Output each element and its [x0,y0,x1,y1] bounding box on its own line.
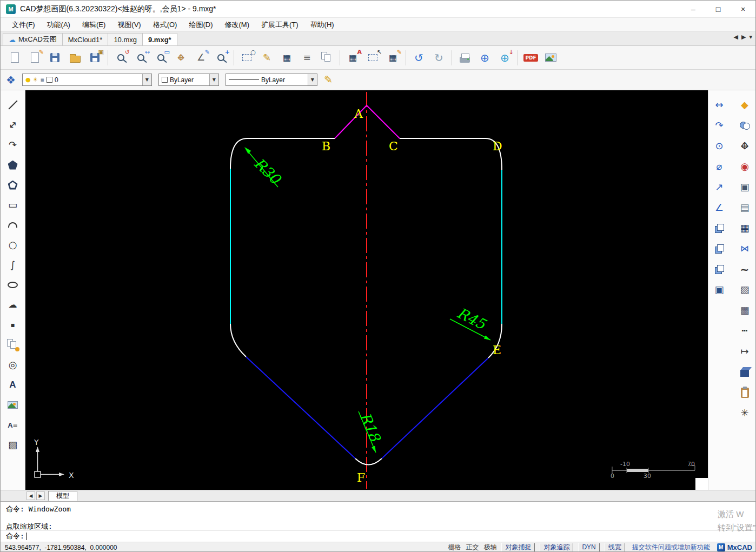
menu-modify[interactable]: 修改(M) [218,18,255,31]
menu-function[interactable]: 功能(A) [41,18,76,31]
dim-diameter-tool[interactable]: ⌀ [710,158,728,175]
chevron-down-icon[interactable]: ▼ [308,74,317,85]
undo-button[interactable]: ↺ [409,48,429,68]
tab-mxcloud1[interactable]: MxCloud1* [62,33,109,45]
close-button[interactable]: × [731,1,755,17]
fillet-r18-bottom[interactable] [355,458,382,465]
layout-scroll-left-icon[interactable]: ◀ [26,491,35,500]
print-button[interactable] [455,48,475,68]
open-button[interactable] [65,48,85,68]
dim-angular-tool[interactable]: ∠ [710,199,728,216]
construction-line-tool[interactable]: ↔ [4,117,22,133]
spline-tool[interactable]: ∫ [4,257,22,273]
array-clip-tool[interactable] [710,241,728,257]
tab-mxcad-cloud[interactable]: ☁ MxCAD云图 [3,33,63,45]
lower-left-line[interactable] [246,357,355,458]
edit-table-button[interactable]: ▦✎ [383,48,403,68]
paste-tool[interactable] [735,384,754,401]
rectangle-tool[interactable]: ▭ [4,197,22,213]
maximize-button[interactable]: □ [706,1,731,17]
extend-tool[interactable]: ↦ [735,343,754,360]
text-style-button[interactable]: ≡ [297,48,317,68]
dim-r30-text[interactable]: R30 [251,155,285,188]
mtext-tool[interactable]: A≡ [4,417,22,433]
insert-block-tool[interactable] [4,337,22,353]
layers-icon[interactable]: ❖ [6,75,16,85]
text-tool[interactable]: A [4,377,22,393]
color-combo[interactable]: ByLayer ▼ [158,74,219,86]
dyn-toggle[interactable]: DYN [578,543,599,552]
menu-edit[interactable]: 编辑(E) [76,18,111,31]
spline-edit-tool[interactable]: ~ [735,261,754,277]
model-tab[interactable]: 模型 [48,491,77,501]
zoom-window-button[interactable]: ▭ [151,48,171,68]
point-label-f[interactable]: F [357,471,365,484]
dim-arc-length-tool[interactable]: ↷ [710,117,728,134]
copy-design-button[interactable] [317,48,337,68]
insert-image-button[interactable] [541,48,561,68]
menu-help[interactable]: 帮助(H) [304,18,340,31]
revision-cloud-tool[interactable]: ☁ [4,297,22,313]
layer-combo[interactable]: ● ☀ ▪ 0 ▼ [22,74,152,86]
linetype-combo[interactable]: ByLayer ▼ [226,74,317,86]
point-label-d[interactable]: D [493,139,502,153]
named-views-tool[interactable]: ▣ [735,179,754,195]
lower-right-line[interactable] [382,358,488,458]
tab-9mxg-active[interactable]: 9.mxg* [142,33,177,45]
new-button[interactable] [5,48,25,68]
ellipse-tool[interactable] [4,277,22,293]
pan-button[interactable]: ↔↕ [171,48,191,68]
point-label-b[interactable]: B [322,139,330,153]
grid-toggle[interactable]: 栅格 [448,543,461,552]
rotate-tool[interactable]: ◉ [735,158,754,175]
line-tool[interactable] [4,97,22,113]
zoom-in-button[interactable]: + [211,48,231,68]
explode-tool[interactable]: ✳ [735,405,754,421]
export-pdf-button[interactable]: PDF [521,48,541,68]
lineweight-toggle[interactable]: 线宽 [605,543,625,552]
save-all-button[interactable]: ▣ [85,48,105,68]
otrack-toggle[interactable]: 对象追踪 [540,543,573,552]
point-label-a[interactable]: A [354,107,363,121]
hatch-tool[interactable]: ▨ [4,437,22,453]
sketch-button[interactable]: ✎ [257,48,277,68]
dim-r18-text[interactable]: R18 [356,410,384,445]
save-button[interactable] [45,48,65,68]
open-template-button[interactable]: ✎ [25,48,45,68]
image-tool[interactable] [4,397,22,413]
polygon-filled-tool[interactable] [4,157,22,173]
select-set-button[interactable]: ↖ [363,48,383,68]
polar-toggle[interactable]: 极轴 [483,543,496,552]
canvas-corner-grip[interactable] [695,478,708,490]
donut-tool[interactable]: ◎ [4,357,22,373]
zoom-extents-button[interactable]: ↔ [131,48,151,68]
array-tool[interactable]: ▦ [735,220,754,236]
break-tool[interactable]: ┅ [735,323,754,339]
arc-tool[interactable] [4,217,22,233]
menu-format[interactable]: 格式(O) [147,18,183,31]
dim-r45-text[interactable]: R45 [454,304,489,333]
erase-tool[interactable]: ◆ [735,97,754,113]
paste-clip-tool[interactable] [710,261,728,277]
polygon-tool[interactable] [4,177,22,193]
fillet-bottom-left[interactable] [230,324,246,357]
command-input[interactable]: 命令: [1,530,756,542]
duplicate-tool[interactable]: ▤ [735,199,754,216]
layout-scroll-right-icon[interactable]: ▶ [36,491,45,500]
tab-scroll-right-icon[interactable]: ▶ [741,34,746,40]
point-label-e[interactable]: E [493,343,501,357]
osnap-toggle[interactable]: 对象捕捉 [501,543,535,552]
drawing-canvas[interactable]: R30 R45 R18 A B C D E F [25,90,708,490]
web-browser-button[interactable]: ⊕ [475,48,495,68]
polyline-tool[interactable]: ↷ [4,137,22,153]
redo-button[interactable]: ↻ [429,48,449,68]
zoom-object-button[interactable]: ○ [237,48,257,68]
feedback-link[interactable]: 提交软件问题或增加新功能 [632,543,710,552]
find-text-button[interactable]: ▦A [343,48,363,68]
copy-tool[interactable] [735,117,754,134]
move-tool[interactable]: ↔↕ [735,138,754,154]
draw-order-pencil-icon[interactable]: ✎ [324,75,333,85]
dim-aligned-tool[interactable]: ↗ [710,179,728,195]
circle-tool[interactable]: ○ [4,237,22,253]
region-tool[interactable]: ▩ [735,302,754,318]
